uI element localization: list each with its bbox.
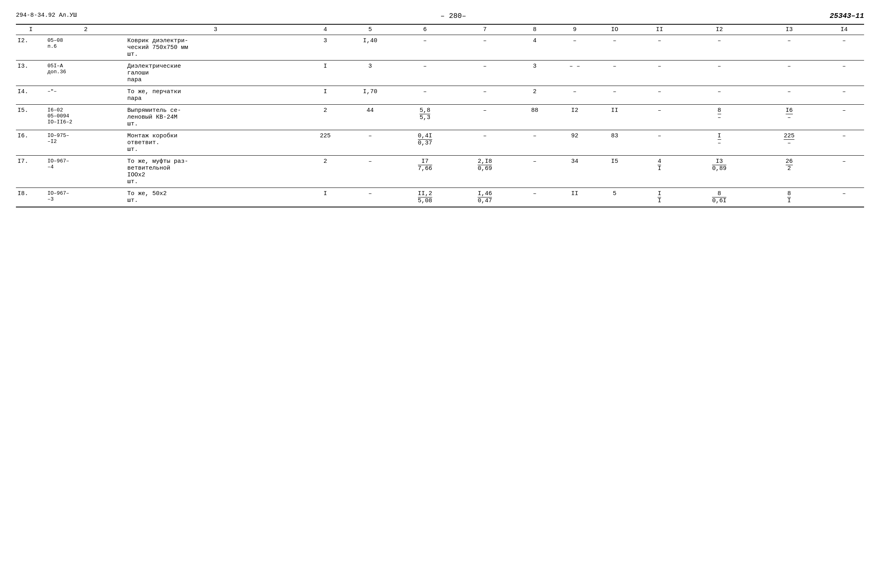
table-cell: – [395, 86, 455, 105]
table-cell: I– [685, 130, 754, 156]
table-row: I6.IO–975– –I2Монтаж коробки ответвит. ш… [16, 130, 864, 156]
col-header-14: I4 [824, 24, 864, 35]
table-cell: 3 [305, 35, 345, 61]
table-row: I2.05–08 п.6Коврик диэлектри- ческий 750… [16, 35, 864, 61]
table-row: I7.IO–967– –4То же, муфты раз- ветвитель… [16, 156, 864, 188]
table-cell: – [634, 130, 684, 156]
table-cell: 0,4I0,37 [395, 130, 455, 156]
table-cell-num: I2. [16, 35, 46, 61]
table-cell: 4 [515, 35, 554, 61]
table-cell: – [455, 61, 515, 86]
header-center: – 280– [440, 12, 466, 20]
table-cell: – [824, 35, 864, 61]
table-cell: – [345, 188, 395, 207]
table-cell: I77,66 [395, 156, 455, 188]
table-cell: – [754, 86, 824, 105]
table-cell: 44 [345, 105, 395, 130]
table-row: I5.I6–02 05–0094 IO–II6–2Выпрямитель се-… [16, 105, 864, 130]
table-cell: – [515, 188, 554, 207]
table-cell: – [345, 156, 395, 188]
table-cell-ref: 05I–А доп.36 [46, 61, 126, 86]
table-cell: 34 [555, 156, 595, 188]
table-cell: – [685, 35, 754, 61]
table-cell: – [595, 86, 634, 105]
col-header-11: II [634, 24, 684, 35]
page-header: 294-8-34.92 Ал.УШ – 280– 25343–11 [16, 12, 864, 20]
col-header-1: I [16, 24, 46, 35]
col-header-2: 2 [46, 24, 126, 35]
table-cell: – [455, 130, 515, 156]
table-cell-num: I6. [16, 130, 46, 156]
table-cell: – [824, 130, 864, 156]
col-header-7: 7 [455, 24, 515, 35]
table-cell: – [595, 35, 634, 61]
table-cell-desc: Монтаж коробки ответвит. шт. [126, 130, 305, 156]
col-header-8: 8 [515, 24, 554, 35]
table-cell: 225 [305, 130, 345, 156]
table-cell: 2 [305, 105, 345, 130]
col-header-9: 9 [555, 24, 595, 35]
table-header: I 2 3 4 5 6 7 8 9 IO II I2 I3 I4 [16, 24, 864, 35]
table-cell: 2 [305, 156, 345, 188]
table-cell: 4I [634, 156, 684, 188]
table-cell-num: I4. [16, 86, 46, 105]
table-cell: – [634, 105, 684, 130]
table-row: I4.–"–То же, перчатки параII,70––2–––––– [16, 86, 864, 105]
table-cell-ref: IO–967– –4 [46, 156, 126, 188]
table-cell: 92 [555, 130, 595, 156]
table-cell: – [515, 156, 554, 188]
table-cell: – [515, 130, 554, 156]
table-cell: I30,89 [685, 156, 754, 188]
col-header-3: 3 [126, 24, 305, 35]
table-cell-ref: 05–08 п.6 [46, 35, 126, 61]
table-cell: 2,I80,69 [455, 156, 515, 188]
table-cell: 3 [515, 61, 554, 86]
table-cell: I6– [754, 105, 824, 130]
table-cell-desc: Диэлектрические галоши пара [126, 61, 305, 86]
table-cell: – [455, 35, 515, 61]
table-cell: – [824, 105, 864, 130]
col-header-6: 6 [395, 24, 455, 35]
table-cell-desc: То же, муфты раз- ветвительной IOOх2 шт. [126, 156, 305, 188]
table-cell-num: I8. [16, 188, 46, 207]
table-body: I2.05–08 п.6Коврик диэлектри- ческий 750… [16, 35, 864, 207]
table-cell: – [824, 188, 864, 207]
table-cell-num: I7. [16, 156, 46, 188]
table-cell: I [305, 188, 345, 207]
table-cell: – [634, 35, 684, 61]
table-cell: – [345, 130, 395, 156]
table-cell-desc: Выпрямитель се- леновый КВ-24М шт. [126, 105, 305, 130]
table-cell-ref: IO–967– –3 [46, 188, 126, 207]
table-cell: 3 [345, 61, 395, 86]
table-cell: I2 [555, 105, 595, 130]
table-cell: 262 [754, 156, 824, 188]
table-cell-ref: I6–02 05–0094 IO–II6–2 [46, 105, 126, 130]
table-cell-num: I3. [16, 61, 46, 86]
col-header-12: I2 [685, 24, 754, 35]
table-row: I8.IO–967– –3То же, 50х2 шт.I–II,25,08I,… [16, 188, 864, 207]
table-row: I3.05I–А доп.36Диэлектрические галоши па… [16, 61, 864, 86]
table-cell: – [685, 61, 754, 86]
col-header-10: IO [595, 24, 634, 35]
table-cell: 225– [754, 130, 824, 156]
table-cell: I [305, 61, 345, 86]
table-cell-ref: IO–975– –I2 [46, 130, 126, 156]
table-cell: – [455, 86, 515, 105]
table-cell: – [395, 35, 455, 61]
table-cell-desc: То же, перчатки пара [126, 86, 305, 105]
table-cell: II [634, 188, 684, 207]
table-cell: I,460,47 [455, 188, 515, 207]
table-cell: – [634, 61, 684, 86]
table-cell-num: I5. [16, 105, 46, 130]
table-cell: I [305, 86, 345, 105]
col-header-13: I3 [754, 24, 824, 35]
table-cell: – [555, 86, 595, 105]
table-cell: – [754, 61, 824, 86]
table-cell: – – [555, 61, 595, 86]
table-cell: 5 [595, 188, 634, 207]
table-cell: II [555, 188, 595, 207]
table-cell: – [395, 61, 455, 86]
table-cell: I,40 [345, 35, 395, 61]
table-cell-desc: Коврик диэлектри- ческий 750х750 мм шт. [126, 35, 305, 61]
table-cell: II [595, 105, 634, 130]
